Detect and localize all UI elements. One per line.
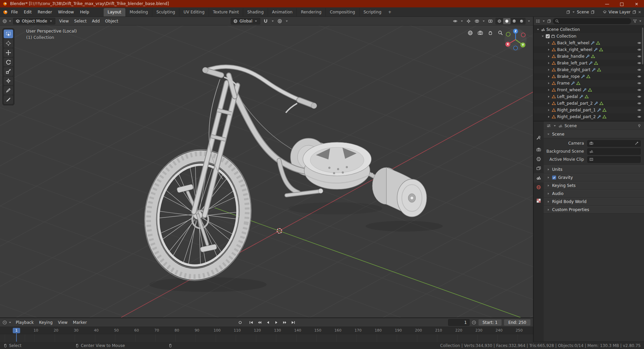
mesh-data-icon[interactable] — [602, 108, 606, 112]
audio-panel-header[interactable]: Audio — [544, 190, 644, 198]
start-frame-field[interactable]: Start: 1 — [478, 319, 502, 326]
chevron-down-icon[interactable] — [527, 19, 531, 23]
visibility-eye-icon[interactable] — [637, 81, 641, 85]
timeline-menu-item[interactable]: Keying — [37, 320, 55, 325]
current-frame-line[interactable] — [16, 333, 17, 342]
minimize-button[interactable]: — — [600, 0, 614, 7]
object-visibility-button[interactable] — [452, 18, 459, 24]
chevron-down-icon[interactable] — [542, 19, 545, 23]
outliner-object-row[interactable]: Back_right_wheel — [534, 46, 644, 53]
chevron-down-icon[interactable] — [482, 19, 485, 23]
eyedropper-icon[interactable] — [635, 141, 639, 145]
visibility-eye-icon[interactable] — [637, 61, 641, 65]
outliner-object-row[interactable]: Frame — [534, 80, 644, 87]
workspace-tab[interactable]: Rendering — [297, 8, 325, 16]
modifier-wrench-icon[interactable] — [597, 115, 601, 119]
timeline-menu-item[interactable]: Marker — [70, 320, 89, 325]
panel-expand-icon[interactable] — [547, 192, 550, 195]
3d-viewport-canvas[interactable] — [0, 26, 533, 317]
toggle-xray-button[interactable] — [487, 18, 494, 24]
outliner-object-row[interactable]: Brake_left_part — [534, 60, 644, 66]
object-name[interactable]: Left_pedal_part_2 — [557, 101, 593, 106]
maximize-button[interactable]: □ — [614, 0, 629, 7]
use-preview-range-icon[interactable] — [472, 320, 476, 325]
outliner-object-row[interactable]: Front_wheel — [534, 87, 644, 93]
disclosure-caret-icon[interactable] — [547, 41, 550, 45]
mesh-data-icon[interactable] — [588, 88, 592, 92]
panel-expand-icon[interactable] — [547, 184, 550, 187]
current-frame-marker[interactable]: 1 — [13, 328, 20, 333]
viewport-menu-item[interactable]: Object — [102, 19, 121, 23]
play-button[interactable] — [273, 319, 280, 326]
workspace-tab[interactable]: Sculpting — [152, 8, 179, 16]
timeline-track-area[interactable] — [0, 334, 533, 342]
collection-checkbox[interactable] — [546, 34, 550, 38]
outliner-object-row[interactable]: Right_pedal_part_2 — [534, 113, 644, 120]
object-name[interactable]: Right_pedal_part_2 — [557, 114, 596, 119]
custom-properties-panel-header[interactable]: Custom Properties — [544, 206, 644, 214]
annotate-tool[interactable] — [4, 86, 13, 95]
outliner-object-row[interactable]: Brake_handle — [534, 53, 644, 60]
workspace-tab[interactable]: Scripting — [359, 8, 385, 16]
visibility-eye-icon[interactable] — [637, 101, 641, 105]
disclosure-caret-icon[interactable] — [547, 102, 550, 105]
outliner-object-row[interactable]: Brake_right_part — [534, 66, 644, 73]
object-name[interactable]: Brake_handle — [557, 54, 584, 59]
remove-view-layer-icon[interactable] — [638, 10, 641, 14]
properties-tab-output[interactable] — [534, 154, 544, 164]
editor-type-icon[interactable] — [2, 19, 7, 23]
mesh-data-icon[interactable] — [596, 41, 600, 45]
outliner-scrollbar[interactable] — [642, 28, 643, 64]
collection-label[interactable]: Collection — [556, 34, 576, 39]
visibility-eye-icon[interactable] — [637, 68, 641, 72]
measure-tool[interactable] — [4, 95, 13, 104]
chevron-down-icon[interactable] — [460, 19, 464, 23]
shading-solid-button[interactable] — [503, 18, 511, 24]
disclosure-caret-icon[interactable] — [547, 115, 550, 118]
gravity-panel-header[interactable]: Gravity — [544, 173, 644, 182]
pan-hand-icon[interactable] — [487, 30, 494, 36]
visibility-eye-icon[interactable] — [637, 48, 641, 52]
properties-tab-tool[interactable] — [534, 133, 544, 142]
visibility-eye-icon[interactable] — [637, 88, 641, 92]
disclosure-caret-icon[interactable] — [536, 28, 540, 31]
camera-view-icon[interactable] — [477, 30, 484, 36]
shading-material-button[interactable] — [511, 18, 518, 24]
panel-expand-icon[interactable] — [547, 200, 550, 203]
chevron-down-icon[interactable] — [271, 19, 274, 23]
panel-expand-icon[interactable] — [547, 176, 550, 179]
keying-sets-panel-header[interactable]: Keying Sets — [544, 182, 644, 190]
current-frame-field[interactable]: 1 — [448, 319, 470, 326]
modifier-wrench-icon[interactable] — [592, 68, 596, 72]
viewport-menu-item[interactable]: Add — [89, 19, 102, 23]
modifier-wrench-icon[interactable] — [579, 95, 583, 99]
object-name[interactable]: Back_left_wheel — [557, 41, 589, 45]
prev-keyframe-button[interactable] — [256, 319, 263, 326]
mode-dropdown[interactable]: Object Mode — [13, 18, 55, 24]
menubar-item[interactable]: Render — [35, 8, 55, 16]
object-name[interactable]: Brake_rope — [557, 74, 580, 79]
object-name[interactable]: Frame — [557, 81, 570, 86]
disclosure-caret-icon[interactable] — [547, 82, 550, 85]
panel-expand-icon[interactable] — [547, 208, 550, 211]
workspace-tab[interactable]: Animation — [268, 8, 297, 16]
transform-tool[interactable] — [4, 77, 13, 85]
transform-orientation-dropdown[interactable]: Global — [231, 18, 260, 24]
modifier-wrench-icon[interactable] — [594, 48, 598, 52]
toggle-perspective-icon[interactable] — [467, 30, 474, 36]
seat[interactable] — [303, 142, 373, 189]
new-view-layer-icon[interactable] — [632, 10, 636, 14]
mesh-data-icon[interactable] — [599, 48, 603, 52]
mesh-data-icon[interactable] — [597, 68, 601, 72]
chevron-down-icon[interactable] — [285, 19, 288, 23]
object-name[interactable]: Right_pedal_part_1 — [557, 108, 596, 112]
modifier-wrench-icon[interactable] — [571, 81, 575, 85]
menubar-item[interactable]: Edit — [21, 8, 35, 16]
active-movie-clip-field[interactable] — [587, 156, 641, 163]
visibility-eye-icon[interactable] — [637, 108, 641, 112]
end-frame-field[interactable]: End: 250 — [504, 319, 531, 326]
workspace-tab[interactable]: Modeling — [125, 8, 152, 16]
disclosure-caret-icon[interactable] — [547, 55, 550, 58]
display-mode-icon[interactable] — [547, 19, 551, 23]
properties-tab-render[interactable] — [534, 145, 544, 154]
